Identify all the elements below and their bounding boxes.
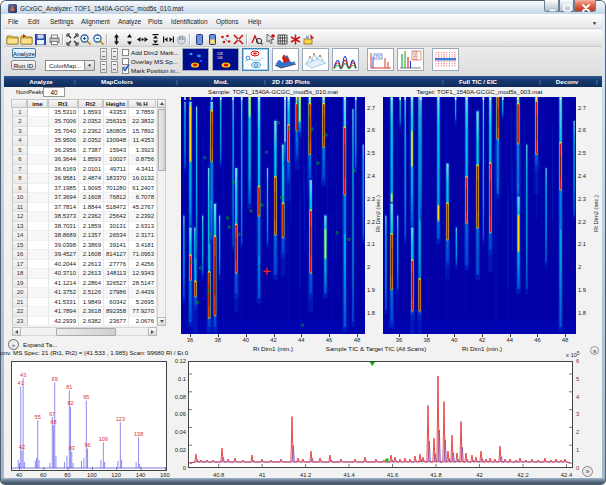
svg-text:83: 83: [69, 445, 75, 451]
svg-text:82: 82: [67, 400, 73, 406]
svg-text:96: 96: [84, 442, 90, 448]
svg-text:140: 140: [217, 56, 223, 60]
svg-text:138: 138: [134, 431, 143, 437]
svg-text:42: 42: [19, 444, 25, 450]
svg-text:81: 81: [66, 384, 72, 390]
svg-text:43: 43: [20, 372, 26, 378]
svg-text:67: 67: [49, 411, 55, 417]
svg-text:69: 69: [52, 376, 58, 382]
svg-text:TIC: TIC: [375, 54, 382, 59]
svg-text:95: 95: [83, 394, 89, 400]
svg-text:41: 41: [18, 380, 24, 386]
svg-text:123: 123: [116, 416, 125, 422]
svg-text:55: 55: [35, 414, 41, 420]
svg-text:109: 109: [99, 436, 108, 442]
svg-text:68: 68: [50, 419, 56, 425]
svg-text:153: 153: [413, 57, 418, 61]
